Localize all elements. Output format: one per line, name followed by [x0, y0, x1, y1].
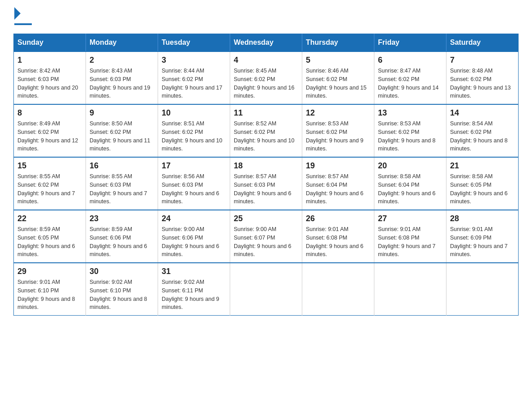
- day-info: Sunrise: 9:01 AMSunset: 6:09 PMDaylight:…: [450, 226, 508, 257]
- calendar-table: SundayMondayTuesdayWednesdayThursdayFrid…: [13, 34, 519, 316]
- day-info: Sunrise: 8:43 AMSunset: 6:03 PMDaylight:…: [90, 68, 150, 99]
- calendar-week-row: 8 Sunrise: 8:49 AMSunset: 6:02 PMDayligh…: [14, 104, 519, 157]
- page-header: ▬▬▬: [13, 9, 519, 26]
- day-info: Sunrise: 8:48 AMSunset: 6:02 PMDaylight:…: [450, 68, 511, 99]
- calendar-day-cell: 15 Sunrise: 8:55 AMSunset: 6:02 PMDaylig…: [14, 157, 86, 210]
- day-info: Sunrise: 8:55 AMSunset: 6:03 PMDaylight:…: [90, 173, 147, 205]
- calendar-week-row: 22 Sunrise: 8:59 AMSunset: 6:05 PMDaylig…: [14, 210, 519, 263]
- day-info: Sunrise: 8:50 AMSunset: 6:02 PMDaylight:…: [90, 120, 150, 152]
- calendar-day-header: Sunday: [14, 34, 86, 52]
- calendar-day-cell: 16 Sunrise: 8:55 AMSunset: 6:03 PMDaylig…: [86, 157, 158, 210]
- day-number: 29: [17, 267, 82, 276]
- day-number: 4: [234, 56, 298, 65]
- day-info: Sunrise: 8:45 AMSunset: 6:02 PMDaylight:…: [234, 68, 295, 99]
- day-info: Sunrise: 8:53 AMSunset: 6:02 PMDaylight:…: [306, 120, 364, 152]
- calendar-day-cell: 9 Sunrise: 8:50 AMSunset: 6:02 PMDayligh…: [86, 104, 158, 157]
- day-info: Sunrise: 8:57 AMSunset: 6:03 PMDaylight:…: [234, 173, 292, 205]
- calendar-day-header: Thursday: [302, 34, 374, 52]
- calendar-day-cell: 22 Sunrise: 8:59 AMSunset: 6:05 PMDaylig…: [14, 210, 86, 263]
- logo: ▬▬▬: [13, 9, 34, 26]
- day-number: 9: [90, 108, 154, 118]
- day-number: 25: [234, 214, 298, 223]
- day-info: Sunrise: 8:44 AMSunset: 6:02 PMDaylight:…: [162, 68, 223, 99]
- day-number: 15: [17, 161, 82, 171]
- day-info: Sunrise: 8:58 AMSunset: 6:04 PMDaylight:…: [378, 173, 436, 205]
- day-number: 21: [450, 161, 515, 171]
- calendar-day-cell: 1 Sunrise: 8:42 AMSunset: 6:03 PMDayligh…: [14, 51, 86, 104]
- day-number: 11: [234, 108, 298, 118]
- day-number: 24: [162, 214, 226, 223]
- logo-blue-line: ▬▬▬: [14, 20, 32, 26]
- day-info: Sunrise: 8:47 AMSunset: 6:02 PMDaylight:…: [378, 68, 439, 99]
- calendar-day-cell: 3 Sunrise: 8:44 AMSunset: 6:02 PMDayligh…: [158, 51, 230, 104]
- calendar-day-cell: 19 Sunrise: 8:57 AMSunset: 6:04 PMDaylig…: [302, 157, 374, 210]
- calendar-day-cell: 14 Sunrise: 8:54 AMSunset: 6:02 PMDaylig…: [446, 104, 519, 157]
- calendar-day-cell: 26 Sunrise: 9:01 AMSunset: 6:08 PMDaylig…: [302, 210, 374, 263]
- day-info: Sunrise: 8:57 AMSunset: 6:04 PMDaylight:…: [306, 173, 364, 205]
- day-number: 17: [162, 161, 226, 171]
- calendar-day-cell: 24 Sunrise: 9:00 AMSunset: 6:06 PMDaylig…: [158, 210, 230, 263]
- calendar-week-row: 15 Sunrise: 8:55 AMSunset: 6:02 PMDaylig…: [14, 157, 519, 210]
- day-number: 28: [450, 214, 515, 223]
- day-info: Sunrise: 9:01 AMSunset: 6:10 PMDaylight:…: [17, 279, 75, 310]
- day-info: Sunrise: 9:02 AMSunset: 6:11 PMDaylight:…: [162, 279, 219, 310]
- day-info: Sunrise: 9:02 AMSunset: 6:10 PMDaylight:…: [90, 279, 147, 310]
- day-number: 20: [378, 161, 442, 171]
- day-number: 6: [378, 56, 442, 65]
- day-info: Sunrise: 8:53 AMSunset: 6:02 PMDaylight:…: [378, 120, 436, 152]
- logo-triangle-icon: [14, 7, 21, 20]
- day-number: 31: [162, 267, 226, 276]
- calendar-week-row: 1 Sunrise: 8:42 AMSunset: 6:03 PMDayligh…: [14, 51, 519, 104]
- day-info: Sunrise: 8:59 AMSunset: 6:05 PMDaylight:…: [17, 226, 75, 257]
- calendar-body: 1 Sunrise: 8:42 AMSunset: 6:03 PMDayligh…: [14, 51, 519, 316]
- day-number: 2: [90, 56, 154, 65]
- day-number: 18: [234, 161, 298, 171]
- calendar-day-cell: 21 Sunrise: 8:58 AMSunset: 6:05 PMDaylig…: [446, 157, 519, 210]
- calendar-day-cell: [302, 263, 374, 316]
- day-number: 7: [450, 56, 515, 65]
- calendar-day-cell: 17 Sunrise: 8:56 AMSunset: 6:03 PMDaylig…: [158, 157, 230, 210]
- calendar-day-cell: 4 Sunrise: 8:45 AMSunset: 6:02 PMDayligh…: [230, 51, 302, 104]
- day-info: Sunrise: 9:01 AMSunset: 6:08 PMDaylight:…: [378, 226, 436, 257]
- day-number: 22: [17, 214, 82, 223]
- calendar-day-cell: 27 Sunrise: 9:01 AMSunset: 6:08 PMDaylig…: [374, 210, 446, 263]
- day-number: 5: [306, 56, 370, 65]
- day-number: 13: [378, 108, 442, 118]
- day-info: Sunrise: 9:01 AMSunset: 6:08 PMDaylight:…: [306, 226, 364, 257]
- calendar-day-cell: 11 Sunrise: 8:52 AMSunset: 6:02 PMDaylig…: [230, 104, 302, 157]
- calendar-week-row: 29 Sunrise: 9:01 AMSunset: 6:10 PMDaylig…: [14, 263, 519, 316]
- day-number: 3: [162, 56, 226, 65]
- calendar-day-cell: 8 Sunrise: 8:49 AMSunset: 6:02 PMDayligh…: [14, 104, 86, 157]
- day-info: Sunrise: 9:00 AMSunset: 6:06 PMDaylight:…: [162, 226, 219, 257]
- calendar-day-header: Friday: [374, 34, 446, 52]
- calendar-day-header: Monday: [86, 34, 158, 52]
- day-info: Sunrise: 8:56 AMSunset: 6:03 PMDaylight:…: [162, 173, 219, 205]
- day-info: Sunrise: 8:51 AMSunset: 6:02 PMDaylight:…: [162, 120, 223, 152]
- calendar-day-cell: 20 Sunrise: 8:58 AMSunset: 6:04 PMDaylig…: [374, 157, 446, 210]
- calendar-day-cell: [374, 263, 446, 316]
- calendar-day-cell: 31 Sunrise: 9:02 AMSunset: 6:11 PMDaylig…: [158, 263, 230, 316]
- day-number: 26: [306, 214, 370, 223]
- calendar-day-cell: 12 Sunrise: 8:53 AMSunset: 6:02 PMDaylig…: [302, 104, 374, 157]
- calendar-day-cell: 29 Sunrise: 9:01 AMSunset: 6:10 PMDaylig…: [14, 263, 86, 316]
- calendar-day-cell: 5 Sunrise: 8:46 AMSunset: 6:02 PMDayligh…: [302, 51, 374, 104]
- day-number: 12: [306, 108, 370, 118]
- day-info: Sunrise: 8:49 AMSunset: 6:02 PMDaylight:…: [17, 120, 78, 152]
- calendar-header: SundayMondayTuesdayWednesdayThursdayFrid…: [14, 34, 519, 52]
- day-info: Sunrise: 8:54 AMSunset: 6:02 PMDaylight:…: [450, 120, 508, 152]
- day-info: Sunrise: 8:42 AMSunset: 6:03 PMDaylight:…: [17, 68, 78, 99]
- calendar-day-cell: 6 Sunrise: 8:47 AMSunset: 6:02 PMDayligh…: [374, 51, 446, 104]
- day-info: Sunrise: 8:46 AMSunset: 6:02 PMDaylight:…: [306, 68, 367, 99]
- calendar-day-cell: 10 Sunrise: 8:51 AMSunset: 6:02 PMDaylig…: [158, 104, 230, 157]
- day-info: Sunrise: 8:58 AMSunset: 6:05 PMDaylight:…: [450, 173, 508, 205]
- day-info: Sunrise: 8:55 AMSunset: 6:02 PMDaylight:…: [17, 173, 75, 205]
- calendar-day-cell: 30 Sunrise: 9:02 AMSunset: 6:10 PMDaylig…: [86, 263, 158, 316]
- day-number: 19: [306, 161, 370, 171]
- day-number: 8: [17, 108, 82, 118]
- day-number: 10: [162, 108, 226, 118]
- day-number: 14: [450, 108, 515, 118]
- calendar-day-cell: 23 Sunrise: 8:59 AMSunset: 6:06 PMDaylig…: [86, 210, 158, 263]
- calendar-day-header: Tuesday: [158, 34, 230, 52]
- day-number: 1: [17, 56, 82, 65]
- calendar-day-cell: 13 Sunrise: 8:53 AMSunset: 6:02 PMDaylig…: [374, 104, 446, 157]
